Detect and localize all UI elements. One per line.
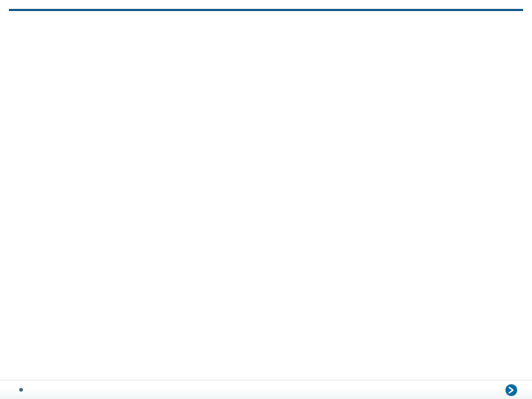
- title-rule: [9, 9, 523, 11]
- page-title: [0, 0, 532, 9]
- kofax-logo-mark: [505, 384, 517, 396]
- kofax-logo: [505, 384, 520, 396]
- footer-bullet: [19, 388, 23, 392]
- slide-footer: [0, 380, 532, 399]
